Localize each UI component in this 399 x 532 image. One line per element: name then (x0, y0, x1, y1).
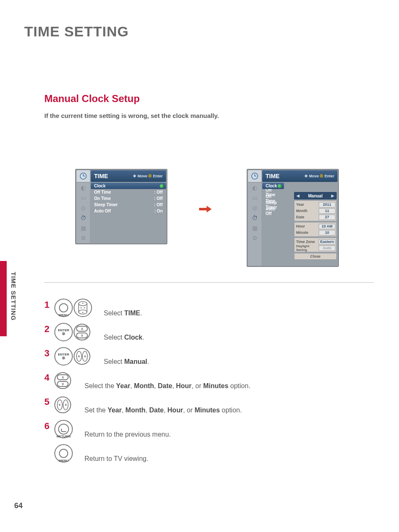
side-tab-label: TIME SETTING (10, 272, 17, 321)
updown-icon: ∧∨ (74, 324, 90, 340)
dst-label: Daylight Saving (295, 244, 319, 252)
osd-panel-right: TIME ✥ Move ⦿ Enter ◐ ▭ ◎ ⏱ ▦ ⚙ ClockOff… (247, 169, 339, 267)
step-4: 4 ∧∨ Select the Year, Month, Date, Hour,… (44, 370, 374, 391)
cat-icon: ▭ (248, 193, 261, 203)
divider (44, 282, 374, 283)
osd-hints: ✥ Move ⦿ Enter (133, 174, 163, 178)
osd-category-sidebar: ◐ ▭ ◎ ⏱ ▦ ⚙ (248, 183, 261, 266)
osd-row-label: Clock (94, 184, 105, 188)
osd-row-value: On (154, 209, 163, 213)
osd-row[interactable]: Clock (262, 183, 284, 189)
year-value[interactable]: 2011 (319, 202, 335, 207)
osd-row[interactable]: Clock (91, 183, 166, 189)
dst-value[interactable]: Auto (319, 246, 335, 251)
tz-value[interactable]: Eastern (319, 239, 335, 245)
step-3: 3 ENTER⦿ Select Manual. (44, 345, 374, 367)
osd-row-value: Off (154, 202, 163, 207)
cat-icon: ⚙ (77, 233, 90, 243)
month-value[interactable]: 11 (319, 208, 335, 214)
enter-button-icon: ENTER⦿ (54, 347, 73, 366)
step-5: 5 Set the Year, Month, Date, Hour, or Mi… (44, 394, 374, 416)
month-label: Month (295, 209, 319, 213)
date-label: Date (295, 215, 319, 219)
step-text: Set the Year, Month, Date, Hour, or Minu… (84, 407, 242, 414)
cat-icon: ◎ (248, 203, 261, 213)
step-text: Select TIME. (104, 309, 142, 317)
osd-title: TIME (94, 173, 108, 179)
cat-icon: ◎ (77, 203, 90, 213)
intro-text: If the current time setting is wrong, se… (44, 112, 219, 119)
triangle-right-icon[interactable]: ▶ (331, 194, 334, 198)
clock-icon (77, 170, 90, 182)
cat-icon: ◐ (248, 183, 261, 193)
osd-row[interactable]: Off TimeOff (91, 189, 166, 195)
osd-row-label: On Time (94, 196, 111, 201)
step-number: 3 (44, 348, 52, 359)
step-number: 6 (44, 421, 52, 432)
steps-list: 1 MENU Select TIME. 2 ENTER⦿ ∧∨ Select C… (44, 297, 374, 467)
leftright-icon (54, 396, 71, 413)
osd-row[interactable]: On TimeOff (91, 195, 166, 202)
close-button[interactable]: Close (294, 253, 337, 260)
osd-row[interactable]: Auto Off (262, 208, 284, 214)
updown-icon: ∧∨ (54, 372, 71, 389)
dpad-icon (74, 299, 92, 317)
cat-icon: ▦ (248, 223, 261, 233)
date-value[interactable]: 27 (319, 215, 335, 220)
osd-row-label: Auto Off (266, 207, 281, 216)
osd-body-left: ClockOff TimeOffOn TimeOffSleep TimerOff… (91, 183, 166, 214)
step-number: 2 (44, 324, 52, 335)
step-number: 5 (44, 396, 52, 407)
osd-row-label: Clock (266, 184, 277, 188)
osd-row-label: Off Time (94, 190, 111, 194)
side-tab (0, 261, 7, 336)
osd-row-value: Off (154, 196, 163, 201)
hour-value[interactable]: 10 AM (319, 224, 335, 229)
osd-body-right: ClockOff TimeOn TimeSleep TimerAuto Off (262, 183, 284, 214)
zone-fields: Time Zone Eastern Daylight SavingAuto (294, 238, 337, 252)
year-label: Year (295, 202, 319, 207)
cat-icon: ▭ (77, 193, 90, 203)
cat-icon: ◐ (77, 183, 90, 193)
minute-value[interactable]: 10 (319, 230, 335, 235)
menu-button-icon: MENU (54, 444, 73, 463)
osd-row[interactable]: Auto OffOn (91, 208, 166, 214)
osd-row[interactable]: Sleep TimerOff (91, 202, 166, 208)
menu-button-icon: MENU (54, 299, 73, 317)
cat-icon: ▦ (77, 223, 90, 233)
time-fields: Hour 10 AM Minute10 (294, 222, 337, 237)
osd-title: TIME (266, 173, 279, 179)
osd-header: TIME ✥ Move ⦿ Enter (262, 170, 338, 182)
clock-mode-selector[interactable]: ◀ Manual ▶ (294, 192, 337, 200)
tz-label: Time Zone (295, 240, 319, 244)
page-number: 64 (14, 501, 23, 510)
step-text: Select Manual. (104, 358, 149, 366)
step-6: 6 RETURN Return to the previous menu. (44, 418, 374, 440)
step-7: MENU Return to TV viewing. (44, 442, 374, 464)
cat-icon: ⏱ (77, 213, 90, 223)
step-2: 2 ENTER⦿ ∧∨ Select Clock. (44, 321, 374, 343)
cat-icon: ⏱ (248, 213, 261, 223)
step-number: 1 (44, 299, 52, 310)
osd-row-value: Off (154, 190, 163, 194)
step-1: 1 MENU Select TIME. (44, 297, 374, 319)
step-text: Return to the previous menu. (84, 431, 171, 438)
page-title: TIME SETTING (24, 23, 129, 40)
osd-panel-left: TIME ✥ Move ⦿ Enter ◐ ▭ ◎ ⏱ ▦ ⚙ ClockOff… (75, 169, 167, 244)
osd-hints: ✥ Move ⦿ Enter (304, 174, 334, 178)
section-title: Manual Clock Setup (44, 93, 140, 105)
clock-icon (248, 170, 261, 182)
arrow-right-icon (199, 205, 212, 213)
hour-label: Hour (295, 224, 319, 228)
step-number: 4 (44, 372, 52, 383)
date-fields: Year 2011 Month11 Date 27 (294, 200, 337, 221)
triangle-left-icon[interactable]: ◀ (297, 194, 299, 198)
osd-category-sidebar: ◐ ▭ ◎ ⏱ ▦ ⚙ (77, 183, 90, 243)
return-button-icon: RETURN (54, 420, 73, 438)
minute-label: Minute (295, 230, 319, 235)
clock-detail-pane: ◀ Manual ▶ Year 2011 Month11 Date 27 Hou… (294, 192, 337, 260)
enter-button-icon: ENTER⦿ (54, 323, 73, 341)
step-text: Select the Year, Month, Date, Hour, or M… (84, 382, 251, 390)
osd-header: TIME ✥ Move ⦿ Enter (91, 170, 166, 182)
leftright-icon (74, 348, 90, 365)
